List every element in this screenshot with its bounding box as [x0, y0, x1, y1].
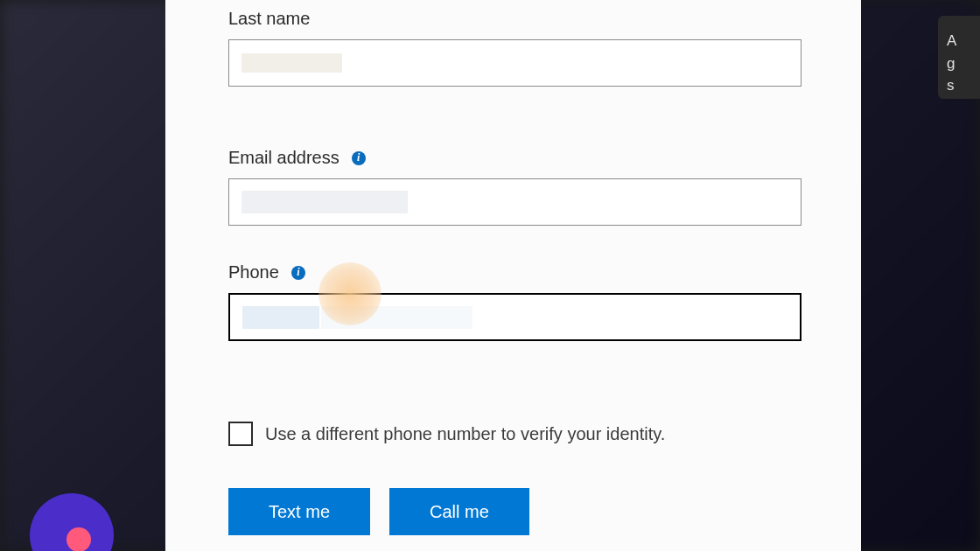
email-label: Email address i — [228, 148, 798, 168]
email-group: Email address i — [228, 148, 798, 226]
phone-input[interactable] — [228, 293, 802, 341]
form-card: Last name Email address i Phone i Use a … — [165, 0, 861, 551]
lastname-label-text: Last name — [228, 9, 310, 29]
alt-phone-checkbox-label: Use a different phone number to verify y… — [265, 424, 665, 444]
lastname-label: Last name — [228, 9, 798, 29]
call-me-button[interactable]: Call me — [389, 488, 529, 535]
phone-label: Phone i — [228, 262, 798, 282]
lastname-group: Last name — [228, 9, 798, 87]
side-tooltip-panel: A g s — [938, 16, 980, 99]
side-tooltip-line: g — [947, 52, 971, 75]
phone-group: Phone i — [228, 262, 798, 341]
redacted-value — [242, 306, 319, 329]
alt-phone-checkbox-row: Use a different phone number to verify y… — [228, 422, 798, 446]
alt-phone-checkbox[interactable] — [228, 422, 253, 446]
lastname-input[interactable] — [228, 39, 802, 87]
text-me-button[interactable]: Text me — [228, 488, 370, 535]
email-label-text: Email address — [228, 148, 340, 168]
side-tooltip-line: A — [947, 30, 971, 52]
info-icon[interactable]: i — [352, 151, 366, 165]
info-icon[interactable]: i — [291, 266, 305, 280]
email-input[interactable] — [228, 178, 802, 226]
verify-button-row: Text me Call me — [228, 488, 798, 535]
phone-label-text: Phone — [228, 262, 279, 282]
redacted-value — [242, 53, 342, 73]
redacted-value — [242, 191, 408, 213]
side-tooltip-line: s — [947, 74, 971, 97]
redacted-value — [321, 306, 472, 329]
